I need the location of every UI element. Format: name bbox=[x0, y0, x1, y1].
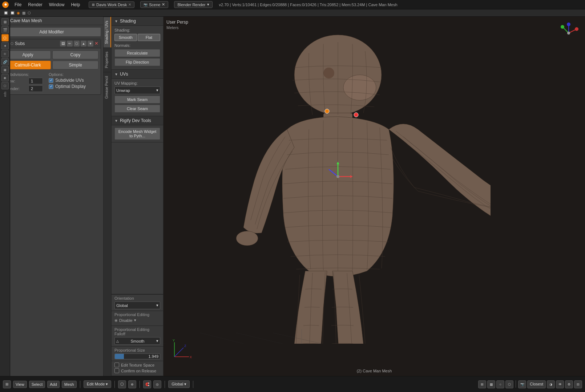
render-value[interactable]: 2 bbox=[28, 85, 43, 92]
engine-chevron-icon: ▾ bbox=[207, 2, 209, 7]
subdivide-uvs-checkbox[interactable] bbox=[49, 78, 53, 83]
scene-close-icon[interactable]: ✕ bbox=[162, 2, 165, 7]
3d-viewport[interactable]: .mesh-line { stroke: #4a3a30; stroke-wid… bbox=[164, 17, 585, 376]
modifier-type-icon: ⬡ bbox=[11, 42, 13, 45]
view-icon[interactable]: 👁 bbox=[556, 380, 564, 388]
modifier-edit-icon[interactable]: ✏ bbox=[67, 41, 73, 47]
prop-size-section: Proportional Size 1.949 bbox=[112, 347, 163, 361]
mesh-menu-button[interactable]: Mesh bbox=[62, 381, 77, 388]
flat-shading-button[interactable]: Flat bbox=[138, 34, 160, 41]
settings-icon[interactable]: ⚙ bbox=[565, 380, 573, 388]
window-menu[interactable]: Window bbox=[46, 1, 68, 8]
grease-pencil-tab[interactable]: Grease Pencil bbox=[104, 72, 111, 102]
copy-button[interactable]: Copy bbox=[52, 50, 98, 59]
uvs-section-header[interactable]: ▼ UVs bbox=[112, 70, 163, 79]
global-transform-dropdown[interactable]: Global ▾ bbox=[168, 380, 190, 388]
modifier-move-up-icon[interactable]: ▲ bbox=[81, 41, 86, 47]
particles-icon[interactable]: ✦ bbox=[1, 42, 9, 49]
texture-props-icon[interactable]: ⬡ bbox=[1, 82, 9, 89]
add-menu-button[interactable]: Add bbox=[47, 381, 60, 388]
unwrap-dropdown[interactable]: Unwrap ▾ bbox=[114, 86, 160, 94]
global-orientation-dropdown[interactable]: Global ▾ bbox=[114, 302, 160, 309]
uvs-section-content: UV Mapping: Unwrap ▾ Mark Seam Clear Sea… bbox=[112, 79, 163, 116]
flip-direction-button[interactable]: Flip Direction bbox=[114, 58, 160, 66]
view-menu-button[interactable]: View bbox=[13, 381, 27, 388]
constraints-icon[interactable]: 🔗 bbox=[1, 58, 9, 65]
encode-mesh-button[interactable]: Encode Mesh Widget to Pyth... bbox=[114, 128, 160, 140]
material-icon[interactable]: ◉ bbox=[1, 74, 9, 81]
shading-type-buttons: Smooth Flat bbox=[114, 34, 160, 41]
proportional-edit-icon[interactable]: ◎ bbox=[153, 380, 161, 388]
texture-icon[interactable]: ⬡ bbox=[505, 380, 513, 388]
recalculate-button[interactable]: Recalculate bbox=[114, 49, 160, 57]
proportional-editing-section: Proportional Editing ◉ Disable ▾ bbox=[112, 311, 163, 326]
mark-seam-button[interactable]: Mark Seam bbox=[114, 96, 160, 104]
file-menu[interactable]: File bbox=[12, 1, 24, 8]
separator-3 bbox=[140, 381, 140, 388]
viewport-units-label: Meters bbox=[166, 25, 179, 30]
modifier-move-down-icon[interactable]: ▼ bbox=[88, 41, 93, 47]
edit-mode-dropdown[interactable]: Edit Mode ▾ bbox=[84, 380, 112, 388]
scene-icon[interactable]: 🎬 bbox=[1, 26, 9, 33]
separator-4 bbox=[165, 381, 165, 388]
modifier-icon[interactable]: ⬡ bbox=[1, 34, 9, 41]
shading-uvs-tab[interactable]: Shading / UVs bbox=[104, 17, 111, 48]
optimal-display-row: Optimal Display bbox=[49, 84, 86, 89]
properties-tab[interactable]: Properties bbox=[104, 48, 111, 72]
modifier-close-icon[interactable]: ✕ bbox=[94, 41, 98, 47]
select-menu-button[interactable]: Select bbox=[29, 381, 45, 388]
layers-icon[interactable]: ⊞ bbox=[478, 380, 486, 388]
info-bar: 🔲 🔲 ◉ ▦ ⬡ bbox=[0, 9, 585, 17]
view-value[interactable]: 1 bbox=[28, 78, 43, 84]
blender-logo-icon: ⬟ bbox=[2, 1, 9, 8]
viewport-header-icon[interactable]: ⊞ bbox=[3, 380, 11, 388]
workspace-close-icon[interactable]: ✕ bbox=[128, 3, 131, 7]
edit-texture-row: Edit Texture Space bbox=[114, 363, 160, 367]
global-chevron-2-icon: ▾ bbox=[184, 382, 186, 386]
viewport-perspective-label: User Persp bbox=[166, 20, 188, 25]
occlude-icon[interactable]: ◑ bbox=[547, 380, 555, 388]
shading-arrow-icon: ▼ bbox=[114, 19, 118, 23]
edit-texture-checkbox[interactable] bbox=[114, 363, 119, 367]
simple-button[interactable]: Simple bbox=[52, 61, 98, 69]
data-icon[interactable]: ▦ bbox=[1, 66, 9, 73]
confirm-release-checkbox[interactable] bbox=[114, 368, 119, 373]
scene-selector[interactable]: 📷 Scene ✕ bbox=[140, 1, 168, 8]
workspace-selector[interactable]: ⊞ Davis Work Desk ✕ bbox=[89, 1, 134, 8]
modifier-render-icon[interactable]: 🖼 bbox=[60, 41, 66, 47]
snap-icon[interactable]: 🧲 bbox=[143, 380, 151, 388]
object-mode-icon[interactable]: ⊞ bbox=[1, 18, 9, 25]
add-modifier-button[interactable]: Add Modifier bbox=[2, 27, 101, 37]
options-label: Options: bbox=[49, 72, 86, 77]
viewport-shading-icon[interactable]: ⬡ bbox=[118, 380, 126, 388]
help-menu[interactable]: Help bbox=[68, 1, 83, 8]
smooth-shading-button[interactable]: Smooth bbox=[114, 34, 137, 41]
mesh-display: .mesh-line { stroke: #4a3a30; stroke-wid… bbox=[164, 17, 585, 376]
smooth-falloff-dropdown[interactable]: △ Smooth ▾ bbox=[114, 337, 160, 345]
subdivision-type-buttons: Catmull-Clark Simple bbox=[5, 61, 98, 69]
render-layer-icon[interactable]: ▦ bbox=[487, 380, 495, 388]
pivot-icon[interactable]: ⊕ bbox=[128, 380, 136, 388]
catmull-clark-button[interactable]: Catmull-Clark bbox=[5, 61, 51, 69]
clear-seam-button[interactable]: Clear Seam bbox=[114, 105, 160, 113]
svg-text:Z: Z bbox=[184, 344, 186, 348]
viewport-gizmo: X Y Z bbox=[558, 22, 580, 44]
physics-icon[interactable]: ⚛ bbox=[1, 50, 9, 57]
optimal-display-checkbox[interactable] bbox=[49, 84, 53, 89]
eds-label[interactable]: eds bbox=[3, 92, 7, 97]
viewport-origin-indicator: X Y Z bbox=[171, 339, 193, 361]
render-menu[interactable]: Render bbox=[25, 1, 45, 8]
shading-mode-icon[interactable]: ○ bbox=[496, 380, 504, 388]
title-bar: ⬟ File Render Window Help ⊞ Davis Work D… bbox=[0, 0, 585, 9]
timeline-icon[interactable]: ⊟ bbox=[574, 380, 582, 388]
prop-size-slider[interactable]: 1.949 bbox=[114, 353, 160, 359]
engine-selector[interactable]: Blender Render ▾ bbox=[174, 1, 212, 8]
right-icons: ⊞ ▦ ○ ⬡ 📷 Closest ◑ 👁 ⚙ ⊟ bbox=[478, 380, 582, 388]
closest-dropdown[interactable]: Closest bbox=[527, 380, 546, 388]
object-name: Cave Man Mesh bbox=[10, 18, 42, 23]
shading-section-header[interactable]: ▼ Shading bbox=[112, 17, 163, 26]
camera-angle-icon[interactable]: 📷 bbox=[518, 380, 526, 388]
modifier-cage-icon[interactable]: ⬡ bbox=[74, 41, 80, 47]
apply-button[interactable]: Apply bbox=[5, 50, 51, 59]
rigify-section-header[interactable]: ▼ Rigify Dev Tools bbox=[112, 116, 163, 125]
